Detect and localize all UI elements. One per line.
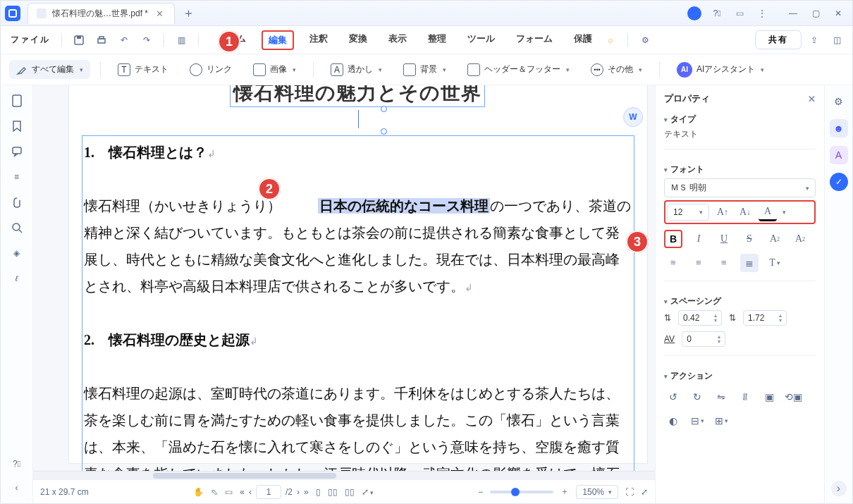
line-height-input[interactable]: 0.42▴▾ (678, 310, 722, 326)
new-tab-button[interactable]: ＋ (179, 4, 197, 23)
outline-panel-icon[interactable]: ≡ (10, 170, 24, 184)
link-tool-button[interactable]: リンク (183, 60, 239, 80)
document-tab[interactable]: 懐石料理の魅…世界.pdf * ✕ (27, 3, 175, 24)
font-section-header[interactable]: フォント (664, 164, 816, 176)
tab-form[interactable]: フォーム (510, 30, 558, 50)
save-icon[interactable] (69, 30, 89, 50)
font-family-select[interactable]: ＭＳ 明朝▾ (664, 178, 816, 197)
single-page-icon[interactable]: ▯ (316, 487, 321, 497)
subscript-button[interactable]: A2 (791, 230, 809, 248)
attachment-panel-icon[interactable] (10, 195, 24, 209)
image-tool-button[interactable]: 画像▾ (246, 60, 303, 80)
tab-edit[interactable]: 編集 (262, 30, 294, 50)
favorites-toggle-icon[interactable]: ⚙ (635, 30, 655, 50)
fullscreen-icon[interactable]: ⤢ (641, 487, 648, 497)
opacity-icon[interactable]: ◐ (664, 412, 682, 430)
selected-text[interactable]: 日本の伝統的なコース料理 (318, 198, 490, 214)
align-objects-icon[interactable]: ⊟▾ (688, 412, 706, 430)
tab-comment[interactable]: 注釈 (304, 30, 333, 50)
font-color-icon[interactable]: A (759, 203, 777, 221)
rotate-ccw-icon[interactable]: ↺ (664, 388, 682, 406)
align-justify-button[interactable]: ≣ (740, 254, 759, 272)
expand-right-rail-icon[interactable]: › (831, 481, 847, 496)
next-page-button[interactable]: › (297, 487, 300, 497)
last-page-button[interactable]: » (304, 487, 309, 497)
file-menu[interactable]: ファイル (6, 34, 54, 46)
align-center-button[interactable]: ≡ (689, 254, 708, 272)
heading-2[interactable]: 2. 懐石料理の歴史と起源 (84, 332, 250, 348)
fit-width-icon[interactable]: ⤢▾ (362, 487, 374, 497)
zoom-select[interactable]: 150%▾ (576, 485, 618, 499)
zoom-out-button[interactable]: − (478, 487, 483, 497)
comment-panel-icon[interactable] (10, 145, 24, 159)
flip-vertical-icon[interactable]: ⥯ (736, 388, 754, 406)
rotate-cw-icon[interactable]: ↻ (688, 388, 706, 406)
share-button[interactable]: 共有 (755, 30, 802, 49)
crop-icon[interactable]: ▣ (760, 388, 778, 406)
user-account-icon[interactable] (685, 4, 704, 23)
share-links-icon[interactable]: ⇪ (804, 30, 824, 50)
tab-convert[interactable]: 変換 (343, 30, 373, 50)
font-size-select[interactable]: 12▾ (667, 204, 709, 221)
align-right-button[interactable]: ≡ (715, 254, 733, 272)
panel-toggle-icon[interactable]: ▭ (730, 4, 749, 23)
flip-horizontal-icon[interactable]: ⇋ (712, 388, 730, 406)
zoom-in-button[interactable]: ＋ (560, 486, 569, 498)
select-tool-icon[interactable]: ⬁ (211, 487, 218, 497)
spacing-section-header[interactable]: スペーシング (664, 295, 816, 307)
watermark-button[interactable]: A透かし▾ (324, 60, 389, 80)
header-footer-button[interactable]: ヘッダー＆フッター▾ (460, 60, 577, 80)
background-button[interactable]: 背景▾ (396, 60, 453, 80)
bold-button[interactable]: B (664, 230, 682, 248)
strikethrough-button[interactable]: S (740, 230, 759, 248)
type-section-header[interactable]: タイプ (664, 113, 816, 125)
heading-1[interactable]: 1. 懐石料理とは？ (84, 145, 207, 160)
ai-chat-icon[interactable]: ☻ (830, 119, 848, 137)
kebab-menu-icon[interactable]: ⋮ (752, 4, 772, 23)
search-panel-icon[interactable] (10, 221, 24, 235)
fit-page-icon[interactable]: ⛶ (625, 487, 634, 497)
other-tools-button[interactable]: •••その他▾ (584, 60, 649, 80)
decrease-font-icon[interactable]: A↓ (736, 203, 754, 221)
document-page[interactable]: 懐石料理の魅力とその世界 W 1. 懐石料理とは？↲ 懐石料理（かいせきりょうり… (68, 85, 648, 464)
italic-button[interactable]: I (689, 230, 708, 248)
underline-button[interactable]: U (715, 230, 733, 248)
ai-check-icon[interactable]: ✓ (830, 173, 848, 191)
continuous-page-icon[interactable]: ▯▯ (328, 487, 338, 497)
paragraph-2[interactable]: 懐石料理の起源は、室町時代の茶道にあります。千利休をはじめとする茶人たちは、茶を… (84, 386, 620, 471)
close-properties-icon[interactable]: ✕ (808, 94, 816, 104)
document-title[interactable]: 懐石料理の魅力とその世界 (230, 85, 485, 107)
zoom-slider[interactable] (490, 491, 553, 493)
close-tab-icon[interactable]: ✕ (154, 8, 166, 19)
increase-font-icon[interactable]: A↑ (713, 203, 732, 221)
edit-all-button[interactable]: すべて編集▾ (9, 60, 90, 79)
text-direction-button[interactable]: T▾ (766, 254, 784, 272)
layout-toggle-icon[interactable]: ◫ (827, 30, 847, 50)
bookmark-panel-icon[interactable] (10, 119, 24, 133)
signature-panel-icon[interactable]: ℓ (10, 271, 24, 285)
tab-organize[interactable]: 整理 (422, 30, 452, 50)
current-page-input[interactable]: 1 (256, 485, 281, 499)
undo-icon[interactable]: ↶ (114, 30, 134, 50)
read-mode-icon[interactable]: ▭ (225, 487, 233, 497)
ai-translate-icon[interactable]: A (830, 146, 848, 164)
horizontal-scrollbar[interactable] (33, 471, 655, 479)
help-panel-icon[interactable]: ?⃝ (10, 457, 24, 471)
hand-tool-icon[interactable]: ✋ (193, 487, 204, 497)
redo-icon[interactable]: ↷ (137, 30, 157, 50)
align-left-button[interactable]: ≡ (664, 254, 682, 272)
close-window-button[interactable]: ✕ (828, 4, 848, 23)
paragraph-1a[interactable]: 懐石料理（かいせきりょうり） (84, 198, 281, 214)
thumbnail-panel-icon[interactable] (10, 94, 24, 108)
maximize-button[interactable]: ▢ (806, 4, 826, 23)
convert-to-word-icon[interactable]: ▥ (171, 30, 191, 50)
layers-panel-icon[interactable]: ◈ (10, 246, 24, 260)
collapse-left-rail-icon[interactable]: ‹ (10, 481, 24, 495)
two-page-icon[interactable]: ▯▯ (345, 487, 355, 497)
tab-tool[interactable]: ツール (462, 30, 501, 50)
paragraph-spacing-input[interactable]: 1.72▴▾ (743, 310, 787, 326)
ai-assistant-button[interactable]: AIAIアシスタント▾ (670, 59, 771, 81)
panel-settings-icon[interactable]: ⚙ (830, 92, 848, 111)
distribute-icon[interactable]: ⊞▾ (712, 412, 730, 430)
prev-page-button[interactable]: ‹ (249, 487, 252, 497)
